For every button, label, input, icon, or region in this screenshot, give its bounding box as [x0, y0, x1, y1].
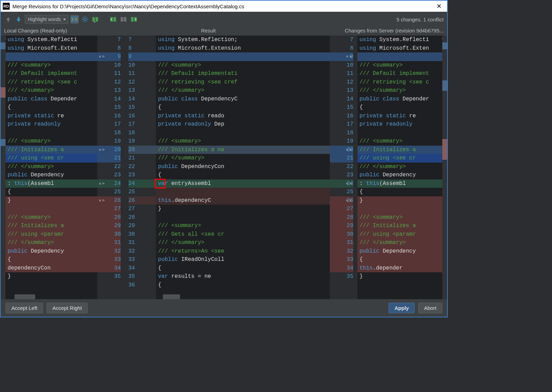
gutter-line[interactable]: 11	[128, 69, 156, 78]
apply-nonconflict-left-icon[interactable]	[109, 15, 117, 23]
gutter-line[interactable]: 18	[128, 129, 156, 137]
left-hscroll[interactable]	[14, 294, 35, 299]
reject-icon[interactable]: ✕	[349, 147, 352, 153]
gutter-line[interactable]: 21	[330, 154, 353, 163]
apply-left-icon[interactable]: «	[346, 181, 348, 186]
code-line[interactable]	[156, 213, 330, 222]
apply-right-icon[interactable]: »	[102, 147, 105, 153]
code-line[interactable]: public Dependency	[357, 171, 447, 179]
code-line[interactable]: {	[1, 188, 97, 196]
gutter-line[interactable]: 30	[97, 230, 121, 239]
code-line[interactable]: : this(Assembl	[1, 179, 97, 188]
gutter-actions[interactable]: «✕	[346, 198, 352, 203]
code-line[interactable]: private static reado	[156, 112, 330, 120]
gutter-line[interactable]: 23	[330, 171, 353, 179]
mid-pane[interactable]: using System.Reflection;using Microsoft.…	[156, 36, 330, 299]
gutter-line[interactable]: 21	[97, 154, 121, 163]
gutter-line[interactable]: «✕9	[330, 52, 353, 61]
gutter-line[interactable]: 13	[128, 86, 156, 95]
code-line[interactable]: using Microsoft.Exten	[1, 44, 97, 53]
code-line[interactable]: /// <summary>	[156, 137, 330, 146]
gutter-line[interactable]: 19	[330, 137, 353, 146]
code-line[interactable]: /// Initializes a	[357, 222, 447, 230]
gutter-line[interactable]: 13	[330, 86, 353, 95]
gutter-line[interactable]: 29	[128, 222, 156, 230]
code-line[interactable]: : this(Assembl	[357, 179, 447, 188]
gutter-line[interactable]: 16	[128, 112, 156, 120]
code-line[interactable]: /// </summary>	[357, 238, 447, 247]
gutter-line[interactable]: 22	[97, 163, 121, 171]
code-line[interactable]: using System.Reflecti	[1, 36, 97, 44]
apply-left-icon[interactable]: «	[346, 198, 348, 203]
code-line[interactable]: /// Gets all <see cr	[156, 230, 330, 239]
code-line[interactable]: using System.Reflection;	[156, 36, 330, 44]
gutter-line[interactable]: 32	[128, 247, 156, 256]
gutter-line[interactable]: 27	[330, 205, 353, 213]
code-line[interactable]: {	[357, 103, 447, 112]
code-line[interactable]: /// Initializes a	[1, 146, 97, 154]
apply-right-icon[interactable]: »	[102, 54, 105, 59]
prev-diff-icon[interactable]	[4, 15, 12, 23]
code-line[interactable]: {	[357, 188, 447, 196]
code-line[interactable]: /// Initializes a	[1, 222, 97, 230]
highlight-mode-dropdown[interactable]: Highlight words	[25, 15, 68, 24]
right-gutter[interactable]: 78«✕910111213141516171819«✕20212223«✕242…	[330, 36, 357, 299]
code-line[interactable]	[357, 129, 447, 137]
gutter-line[interactable]: «✕26	[330, 196, 353, 205]
code-line[interactable]: /// </summary>	[1, 86, 97, 95]
code-line[interactable]: this.dependencyC	[156, 196, 330, 205]
code-line[interactable]: dependencyCon	[1, 264, 97, 273]
reject-icon[interactable]: ✕	[99, 198, 101, 203]
code-line[interactable]: this.depender	[357, 264, 447, 273]
code-line[interactable]: /// </summary>	[1, 238, 97, 247]
gutter-actions[interactable]: ✕»	[99, 147, 105, 153]
gutter-line[interactable]: 34	[128, 264, 156, 273]
code-line[interactable]: /// <summary>	[1, 213, 97, 222]
gutter-line[interactable]: 30	[128, 230, 156, 239]
gutter-line[interactable]: 11	[97, 69, 121, 78]
right-pane[interactable]: using System.Reflectiusing Microsoft.Ext…	[357, 36, 447, 299]
gutter-line[interactable]: 32	[330, 247, 353, 256]
reject-icon[interactable]: ✕	[99, 181, 101, 186]
code-line[interactable]: /// </summary>	[357, 163, 447, 171]
code-line[interactable]: /// using <see cr	[1, 154, 97, 163]
gutter-line[interactable]: 15	[330, 103, 353, 112]
code-line[interactable]: using Microsoft.Exten	[357, 44, 447, 53]
code-line[interactable]	[357, 205, 447, 213]
code-line[interactable]: private readonly	[357, 120, 447, 129]
gutter-line[interactable]: 15	[128, 103, 156, 112]
gutter-line[interactable]: 10	[97, 61, 121, 70]
code-line[interactable]: /// using <paramr	[1, 230, 97, 239]
gutter-line[interactable]: 29	[97, 222, 121, 230]
gutter-line[interactable]: 33	[330, 255, 353, 264]
reject-icon[interactable]: ✕	[99, 54, 101, 59]
gutter-line[interactable]: 28	[128, 213, 156, 222]
left-gutter[interactable]: 78✕»910111213141516171819✕»20212223✕»242…	[97, 36, 125, 299]
gutter-line[interactable]: 33	[97, 255, 121, 264]
code-line[interactable]: /// <summary>	[357, 137, 447, 146]
gutter-line[interactable]: 34	[330, 264, 353, 273]
reject-icon[interactable]: ✕	[349, 54, 352, 59]
gutter-line[interactable]: 32	[97, 247, 121, 256]
code-line[interactable]: var results = ne	[156, 272, 330, 281]
gutter-line[interactable]: ✕»9	[97, 52, 121, 61]
apply-nonconflict-right-icon[interactable]	[130, 15, 138, 23]
code-line[interactable]: {	[156, 281, 330, 290]
code-line[interactable]	[1, 205, 97, 213]
apply-nonconflict-both-icon[interactable]	[119, 15, 128, 23]
gutter-line[interactable]: 18	[97, 129, 121, 137]
gutter-line[interactable]: 10	[128, 61, 156, 70]
apply-button[interactable]: Apply	[388, 303, 415, 313]
code-line[interactable]: {	[1, 255, 97, 264]
gutter-actions[interactable]: ✕»	[99, 198, 105, 203]
gutter-line[interactable]: 8	[128, 44, 156, 53]
code-line[interactable]: /// Initializes a	[357, 146, 447, 154]
accept-left-button[interactable]: Accept Left	[6, 303, 43, 313]
gutter-line[interactable]: 35	[128, 272, 156, 281]
next-diff-icon[interactable]	[14, 15, 23, 23]
gutter-line[interactable]: 27	[128, 205, 156, 213]
gutter-line[interactable]: 27	[97, 205, 121, 213]
left-minimap[interactable]	[1, 36, 6, 299]
gutter-line[interactable]: 29	[330, 222, 353, 230]
gutter-line[interactable]: 14	[128, 95, 156, 104]
